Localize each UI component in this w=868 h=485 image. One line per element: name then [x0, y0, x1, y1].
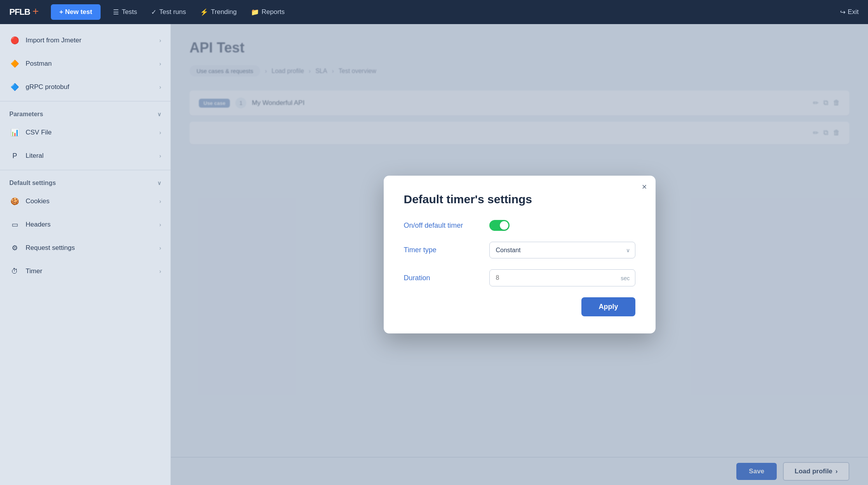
toggle-control	[489, 220, 635, 231]
parameters-section-header[interactable]: Parameters ∨	[0, 104, 170, 121]
chevron-right-icon: ›	[159, 222, 161, 228]
duration-unit: sec	[621, 275, 630, 281]
chevron-down-icon: ∨	[157, 180, 161, 186]
grpc-icon: 🔷	[9, 82, 20, 92]
timer-type-select-wrapper: Constant Uniform Gaussian Poisson ∨	[489, 242, 635, 258]
jmeter-icon: 🔴	[9, 35, 20, 46]
sidebar-item-import-jmeter[interactable]: 🔴 Import from Jmeter ›	[0, 29, 170, 52]
sidebar: 🔴 Import from Jmeter › 🔶 Postman › 🔷 gRP…	[0, 24, 171, 485]
sidebar-item-grpc[interactable]: 🔷 gRPC protobuf ›	[0, 75, 170, 99]
divider	[0, 170, 170, 170]
modal-footer: Apply	[404, 297, 635, 316]
chevron-right-icon: ›	[159, 245, 161, 251]
modal-close-button[interactable]: ×	[642, 183, 647, 191]
default-settings-section-header[interactable]: Default settings ∨	[0, 173, 170, 190]
timer-type-label: Timer type	[404, 246, 489, 254]
timer-icon: ⏱	[9, 266, 20, 277]
check-icon: ✓	[151, 8, 157, 16]
sidebar-item-request-settings[interactable]: ⚙ Request settings ›	[0, 236, 170, 260]
nav-item-test-runs[interactable]: ✓ Test runs	[151, 8, 186, 16]
postman-icon: 🔶	[9, 58, 20, 69]
chevron-down-icon: ∨	[157, 111, 161, 117]
sidebar-item-postman[interactable]: 🔶 Postman ›	[0, 52, 170, 75]
duration-input-wrap: sec	[489, 269, 635, 286]
duration-input[interactable]	[489, 269, 635, 286]
new-test-button[interactable]: + New test	[51, 4, 101, 20]
top-navigation: PFLB+ + New test ☰ Tests ✓ Test runs ⚡ T…	[0, 0, 868, 24]
chevron-right-icon: ›	[159, 84, 161, 90]
content-area: API Test Use cases & requests › Load pro…	[171, 24, 868, 485]
nav-item-trending[interactable]: ⚡ Trending	[200, 8, 237, 16]
sidebar-item-timer[interactable]: ⏱ Timer ›	[0, 260, 170, 283]
logo: PFLB+	[9, 7, 38, 17]
modal-overlay: × Default timer's settings On/off defaul…	[171, 24, 868, 485]
exit-icon: ↪	[840, 8, 845, 16]
nav-item-tests[interactable]: ☰ Tests	[113, 8, 137, 16]
duration-label: Duration	[404, 274, 489, 282]
modal-dialog: × Default timer's settings On/off defaul…	[384, 176, 656, 333]
literal-icon: P	[9, 150, 20, 161]
on-off-label: On/off default timer	[404, 222, 489, 230]
csv-icon: 📊	[9, 127, 20, 138]
chevron-right-icon: ›	[159, 37, 161, 44]
sidebar-item-csv-file[interactable]: 📊 CSV File ›	[0, 121, 170, 144]
reports-icon: 📁	[251, 8, 259, 16]
modal-timer-type-row: Timer type Constant Uniform Gaussian Poi…	[404, 242, 635, 258]
timer-type-control: Constant Uniform Gaussian Poisson ∨	[489, 242, 635, 258]
modal-toggle-row: On/off default timer	[404, 220, 635, 231]
sidebar-item-headers[interactable]: ▭ Headers ›	[0, 213, 170, 236]
chevron-right-icon: ›	[159, 153, 161, 159]
exit-button[interactable]: ↪ Exit	[840, 8, 859, 16]
sidebar-item-literal[interactable]: P Literal ›	[0, 144, 170, 167]
logo-plus: +	[32, 5, 38, 17]
main-layout: 🔴 Import from Jmeter › 🔶 Postman › 🔷 gRP…	[0, 24, 868, 485]
modal-title: Default timer's settings	[404, 193, 635, 206]
default-timer-toggle[interactable]	[489, 220, 510, 231]
request-settings-icon: ⚙	[9, 242, 20, 253]
chevron-right-icon: ›	[159, 129, 161, 136]
modal-duration-row: Duration sec	[404, 269, 635, 286]
duration-control: sec	[489, 269, 635, 286]
logo-text: PFLB	[9, 7, 30, 17]
headers-icon: ▭	[9, 219, 20, 230]
nav-item-reports[interactable]: 📁 Reports	[251, 8, 285, 16]
trending-icon: ⚡	[200, 8, 208, 16]
timer-type-select[interactable]: Constant Uniform Gaussian Poisson	[489, 242, 635, 258]
list-icon: ☰	[113, 8, 119, 16]
chevron-right-icon: ›	[159, 268, 161, 274]
chevron-right-icon: ›	[159, 198, 161, 204]
cookies-icon: 🍪	[9, 196, 20, 207]
nav-items: ☰ Tests ✓ Test runs ⚡ Trending 📁 Reports	[113, 8, 827, 16]
sidebar-item-cookies[interactable]: 🍪 Cookies ›	[0, 190, 170, 213]
divider	[0, 101, 170, 101]
chevron-right-icon: ›	[159, 61, 161, 67]
apply-button[interactable]: Apply	[581, 297, 635, 316]
